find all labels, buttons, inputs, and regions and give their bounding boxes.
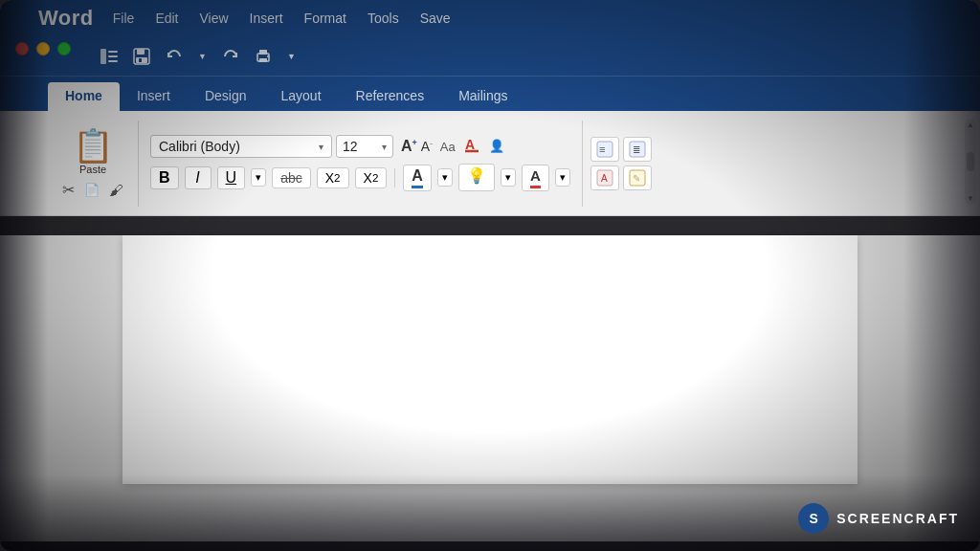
size-dropdown-arrow: ▾ [382,142,387,152]
right-icons-group: ≡ ≣ A [583,137,659,190]
clipboard-section: 📋 Paste ✂ 📄 🖌 [48,121,139,207]
svg-rect-10 [259,58,267,62]
toolbar-dropdown-icon[interactable]: ▼ [282,49,301,64]
superscript-button[interactable]: X2 [355,167,388,188]
style-icon-4[interactable]: ✎ [623,165,652,190]
italic-button[interactable]: I [185,166,212,189]
text-color-dropdown[interactable]: ▾ [555,168,570,187]
style-icon-2[interactable]: ≣ [623,137,652,162]
document-page [122,235,858,484]
brand-name: SCREENCRAFT [836,511,959,526]
ribbon-tabs: Home Insert Design Layout References Mai… [0,77,980,111]
clipboard-secondary-row: ✂ 📄 🖌 [59,179,126,201]
grow-font-button[interactable]: A+ [401,138,417,155]
sidebar-toggle-icon[interactable] [96,46,122,67]
print-icon[interactable] [250,45,277,68]
title-bar: Word File Edit View Insert Format Tools … [0,0,980,36]
font-section: Calibri (Body) ▾ 12 ▾ A+ A- [139,121,583,207]
brand-watermark: S SCREENCRAFT [798,503,959,534]
separator-1 [394,168,395,187]
strikethrough-button[interactable]: abc [272,167,311,188]
highlight-button[interactable]: 💡 [458,164,495,191]
menu-bar: File Edit View Insert Format Tools Save [113,11,451,26]
subscript-button[interactable]: X2 [317,167,349,188]
svg-text:≣: ≣ [633,144,640,155]
minimize-button[interactable] [36,42,50,55]
menu-save[interactable]: Save [420,11,451,26]
tab-mailings[interactable]: Mailings [441,82,524,111]
svg-rect-1 [108,51,118,53]
menu-view[interactable]: View [200,11,229,26]
underline-button[interactable]: U [217,166,246,189]
redo-icon[interactable] [217,45,244,68]
font-row-1: Calibri (Body) ▾ 12 ▾ A+ A- [150,135,570,158]
svg-text:A: A [465,137,475,152]
window-controls [15,42,71,55]
copy-icon[interactable]: 📄 [81,181,102,199]
maximize-button[interactable] [57,42,71,55]
close-button[interactable] [15,42,29,55]
svg-text:✎: ✎ [633,173,640,184]
menu-tools[interactable]: Tools [368,11,399,26]
ribbon-scrollbar[interactable]: ▲ ▼ [965,119,976,205]
svg-text:A: A [601,173,608,184]
shrink-font-button[interactable]: A- [421,139,433,154]
svg-rect-3 [108,60,118,62]
menu-file[interactable]: File [113,11,135,26]
svg-text:≡: ≡ [599,143,605,155]
paste-icon: 📋 [73,129,113,162]
font-color-button[interactable]: A [403,165,432,191]
svg-point-11 [267,55,269,57]
clear-formatting-button[interactable]: A [463,136,480,157]
app-name: Word [38,6,94,31]
tab-layout[interactable]: Layout [264,82,339,111]
cut-icon[interactable]: ✂ [59,179,78,201]
paste-button[interactable]: 📋 Paste [65,125,121,179]
quick-access-toolbar: ▼ ▼ [0,36,980,77]
tab-insert[interactable]: Insert [120,82,188,111]
svg-rect-9 [259,50,267,55]
font-dropdown-arrow: ▾ [319,142,323,152]
svg-rect-7 [139,58,142,62]
underline-dropdown[interactable]: ▾ [251,168,266,187]
text-highlight-button[interactable]: A [522,165,549,191]
paste-label: Paste [79,164,106,175]
font-extra-icons: 👤 [488,136,511,157]
tab-references[interactable]: References [339,82,442,111]
font-name-selector[interactable]: Calibri (Body) ▾ [150,135,332,158]
svg-rect-2 [108,55,118,57]
style-icon-3[interactable]: A [590,165,619,190]
highlight-dropdown[interactable]: ▾ [501,168,516,187]
save-icon[interactable] [128,45,155,68]
font-color-dropdown[interactable]: ▾ [437,168,453,187]
svg-rect-5 [137,49,145,55]
undo-icon[interactable] [161,45,188,68]
menu-insert[interactable]: Insert [250,11,283,26]
document-area [0,235,980,541]
undo-dropdown-icon[interactable]: ▼ [193,49,212,64]
menu-format[interactable]: Format [304,11,346,26]
menu-edit[interactable]: Edit [155,11,178,26]
format-painter-icon[interactable]: 🖌 [106,180,126,200]
svg-rect-0 [100,49,106,64]
font-row-2: B I U ▾ abc X2 [150,164,570,191]
change-case-button[interactable]: Aa [440,140,456,154]
svg-text:👤: 👤 [489,138,505,154]
brand-logo: S [798,503,829,534]
tab-design[interactable]: Design [188,82,264,111]
bold-button[interactable]: B [150,166,179,189]
font-size-selector[interactable]: 12 ▾ [336,135,393,158]
tab-home[interactable]: Home [48,82,120,111]
style-icon-1[interactable]: ≡ [590,137,619,162]
ribbon-content: 📋 Paste ✂ 📄 🖌 Calibri (Body) ▾ 12 ▾ [0,111,980,216]
